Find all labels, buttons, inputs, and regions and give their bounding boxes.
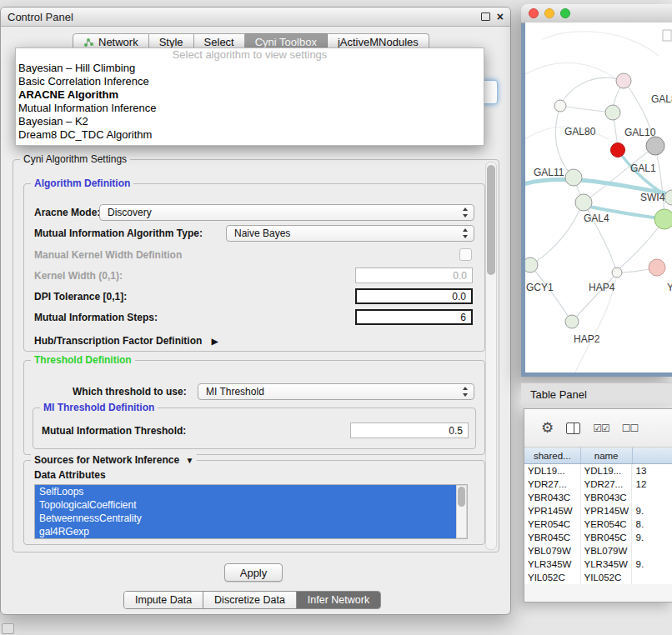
hub-definition-toggle[interactable]: Hub/Transcription Factor Definition ▶ bbox=[34, 335, 218, 347]
settings-scrollbar[interactable] bbox=[485, 162, 497, 550]
table-row[interactable]: YIL052C YIL052C bbox=[524, 571, 672, 584]
table-cell[interactable]: YIL052C bbox=[581, 571, 633, 584]
table-cell[interactable] bbox=[632, 491, 672, 504]
table-cell[interactable]: YDR27... bbox=[581, 478, 633, 491]
table-row[interactable]: YPR145W YPR145W 9. bbox=[524, 504, 672, 518]
algorithm-option[interactable]: Bayesian – K2 bbox=[16, 115, 484, 128]
sources-group-title[interactable]: Sources for Network Inference ▼ bbox=[31, 454, 197, 466]
mi-threshold-input[interactable]: 0.5 bbox=[350, 422, 469, 438]
close-button[interactable] bbox=[529, 8, 539, 18]
table-cell[interactable]: YBR043C bbox=[581, 491, 633, 504]
node-label: GAL11 bbox=[534, 167, 564, 178]
list-item[interactable]: BetweennessCentrality bbox=[35, 512, 457, 525]
algorithm-option-selected[interactable]: ARACNE Algorithm bbox=[16, 88, 484, 102]
select-arrows-icon bbox=[463, 228, 469, 238]
tab-impute-data[interactable]: Impute Data bbox=[124, 592, 203, 608]
network-node[interactable] bbox=[565, 315, 579, 328]
network-canvas[interactable]: GAL80 GAL10 GAL11 GAL1 SWI4 GAL4 GCY1 HA… bbox=[525, 22, 672, 372]
network-node[interactable] bbox=[612, 268, 622, 278]
network-view-window: GAL80 GAL10 GAL11 GAL1 SWI4 GAL4 GCY1 HA… bbox=[521, 4, 672, 377]
network-node[interactable] bbox=[565, 169, 582, 186]
mi-threshold-group: MI Threshold Definition Mutual Informati… bbox=[33, 408, 476, 449]
table-cell[interactable]: 8. bbox=[632, 518, 672, 531]
table-cell[interactable]: YER054C bbox=[581, 518, 633, 531]
table-cell[interactable]: YBR045C bbox=[524, 531, 581, 544]
deselect-all-icon[interactable]: ☐☐ bbox=[622, 422, 639, 434]
algorithm-option[interactable]: Dream8 DC_TDC Algorithm bbox=[16, 128, 484, 142]
network-node-selected[interactable] bbox=[611, 143, 625, 158]
table-cell[interactable]: 9. bbox=[632, 558, 672, 571]
algorithm-option[interactable]: Mutual Information Inference bbox=[16, 102, 484, 115]
table-cell[interactable]: 13 bbox=[632, 464, 672, 478]
column-header-shared-name[interactable]: shared... bbox=[524, 448, 581, 463]
settings-group-title: Cyni Algorithm Settings bbox=[20, 153, 130, 165]
table-cell[interactable]: YBR043C bbox=[524, 491, 581, 504]
network-node[interactable] bbox=[646, 137, 664, 155]
algorithm-dropdown-popup: Select algorithm to view settings Bayesi… bbox=[15, 48, 484, 146]
table-cell[interactable]: YLR345W bbox=[524, 558, 581, 571]
settings-scrollbar-thumb[interactable] bbox=[487, 165, 495, 275]
network-node[interactable] bbox=[575, 194, 592, 211]
column-header-name[interactable]: name bbox=[581, 448, 633, 463]
list-scrollbar[interactable] bbox=[456, 485, 467, 538]
table-cell[interactable]: YDL19... bbox=[524, 464, 581, 478]
tab-discretize-data[interactable]: Discretize Data bbox=[203, 592, 296, 608]
table-row[interactable]: YDR27... YDR27... 12 bbox=[524, 478, 672, 491]
table-cell[interactable]: YLR345W bbox=[581, 558, 633, 571]
gear-icon[interactable]: ⚙ bbox=[541, 419, 554, 437]
table-cell[interactable]: YDL19... bbox=[581, 464, 633, 478]
algorithm-option[interactable]: Basic Correlation Inference bbox=[16, 75, 484, 88]
dpi-tolerance-input[interactable]: 0.0 bbox=[355, 288, 473, 304]
float-window-icon[interactable] bbox=[481, 12, 490, 21]
aracne-mode-select[interactable]: Discovery bbox=[99, 204, 474, 221]
network-node[interactable] bbox=[605, 105, 620, 120]
minimize-button[interactable] bbox=[544, 8, 554, 18]
kernel-width-label: Kernel Width (0,1): bbox=[34, 270, 123, 282]
window-grip[interactable] bbox=[2, 623, 14, 634]
apply-button[interactable]: Apply bbox=[224, 563, 283, 582]
table-row[interactable]: YLR345W YLR345W 9. bbox=[524, 558, 672, 571]
table-row[interactable]: YDL19... YDL19... 13 bbox=[524, 464, 672, 478]
list-item[interactable]: gal4RGexp bbox=[35, 525, 457, 538]
table-row[interactable]: YBR045C YBR045C 9. bbox=[524, 531, 672, 544]
table-row[interactable]: YER054C YER054C 8. bbox=[524, 518, 672, 531]
list-item[interactable]: TopologicalCoefficient bbox=[35, 498, 457, 512]
mi-steps-label: Mutual Information Steps: bbox=[34, 312, 158, 323]
kernel-width-input: 0.0 bbox=[355, 268, 473, 283]
list-item[interactable]: SelfLoops bbox=[35, 485, 457, 498]
network-node[interactable] bbox=[554, 100, 566, 112]
network-node[interactable] bbox=[525, 258, 538, 272]
table-cell[interactable]: YBR045C bbox=[581, 531, 633, 544]
zoom-button[interactable] bbox=[560, 8, 570, 18]
which-threshold-select[interactable]: MI Threshold bbox=[198, 383, 474, 400]
network-node[interactable] bbox=[616, 73, 631, 88]
column-header-partial[interactable] bbox=[633, 448, 672, 463]
close-icon[interactable]: × bbox=[497, 12, 504, 21]
table-cell[interactable]: YPR145W bbox=[581, 504, 633, 518]
control-panel-titlebar[interactable]: Control Panel × bbox=[1, 8, 510, 27]
table-cell[interactable] bbox=[632, 571, 672, 584]
table-cell[interactable] bbox=[632, 544, 672, 558]
algorithm-option[interactable]: Bayesian – Hill Climbing bbox=[16, 62, 484, 75]
table-cell[interactable]: YBL079W bbox=[581, 544, 633, 558]
select-all-icon[interactable]: ☑☑ bbox=[593, 422, 609, 434]
network-node[interactable] bbox=[654, 209, 672, 229]
network-node[interactable] bbox=[649, 259, 665, 276]
table-cell[interactable]: 12 bbox=[632, 478, 672, 491]
table-cell[interactable]: 9. bbox=[632, 531, 672, 544]
table-cell[interactable]: YIL052C bbox=[524, 571, 581, 584]
table-row[interactable]: YBR043C YBR043C bbox=[524, 491, 672, 504]
columns-icon[interactable] bbox=[566, 422, 580, 434]
table-cell[interactable]: YPR145W bbox=[524, 504, 581, 518]
table-cell[interactable]: YER054C bbox=[524, 518, 581, 531]
mi-steps-input[interactable]: 6 bbox=[355, 309, 473, 325]
network-window-titlebar[interactable] bbox=[521, 4, 672, 23]
table-cell[interactable]: YDR27... bbox=[524, 478, 581, 491]
tab-infer-network[interactable]: Infer Network bbox=[296, 592, 380, 608]
mi-type-select[interactable]: Naive Bayes bbox=[226, 225, 474, 242]
data-attributes-list[interactable]: SelfLoops TopologicalCoefficient Between… bbox=[34, 484, 468, 539]
list-scrollbar-thumb[interactable] bbox=[458, 487, 465, 507]
table-row[interactable]: YBL079W YBL079W bbox=[524, 544, 672, 558]
table-cell[interactable]: 9. bbox=[632, 504, 672, 518]
table-cell[interactable]: YBL079W bbox=[524, 544, 581, 558]
